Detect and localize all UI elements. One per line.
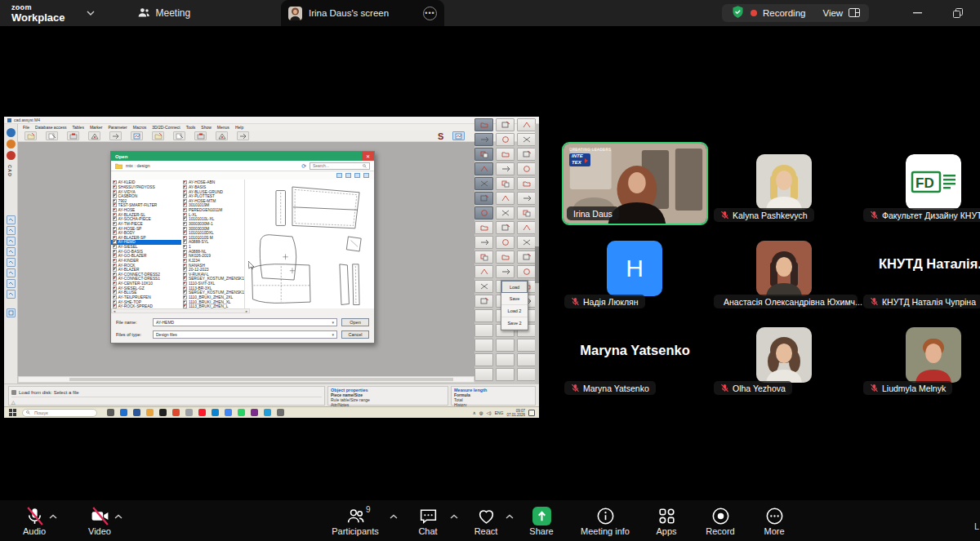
restore-button[interactable] bbox=[941, 0, 975, 26]
cad-sidebar-tool-icon[interactable] bbox=[7, 290, 16, 299]
view-layout-icon[interactable] bbox=[849, 6, 860, 20]
recording-label[interactable]: Recording bbox=[763, 8, 805, 18]
audio-button[interactable]: Audio bbox=[11, 500, 57, 541]
audio-options-chevron[interactable] bbox=[49, 508, 57, 522]
cad-tool-button[interactable] bbox=[496, 118, 514, 131]
cad-sidebar-tool-icon[interactable] bbox=[7, 215, 16, 224]
chat-options-chevron[interactable] bbox=[450, 508, 458, 522]
cad-tool-button[interactable] bbox=[496, 177, 514, 190]
cad-sidebar-tool-icon[interactable] bbox=[7, 258, 16, 267]
menu-item[interactable]: File bbox=[23, 125, 29, 130]
cad-tool-button[interactable] bbox=[517, 192, 536, 205]
workspace-dropdown-chevron-icon[interactable] bbox=[87, 11, 95, 16]
taskbar-app-icon[interactable] bbox=[146, 409, 154, 416]
search-input[interactable] bbox=[313, 163, 360, 168]
cad-tool-button[interactable] bbox=[474, 118, 493, 131]
participant-tile[interactable]: Анастасія Олександрівна Юхимч... bbox=[710, 227, 859, 313]
cad-tool-button[interactable] bbox=[474, 177, 493, 190]
participants-button[interactable]: 9 Participants bbox=[313, 500, 398, 541]
minimize-button[interactable] bbox=[900, 0, 934, 26]
menu-item[interactable]: 3D/2D-Connect bbox=[152, 125, 180, 130]
cad-tool-button[interactable] bbox=[474, 133, 493, 146]
tab-meeting[interactable]: Meeting bbox=[129, 0, 199, 26]
cad-tool-button[interactable] bbox=[474, 236, 493, 249]
cad-tool-button[interactable] bbox=[517, 368, 536, 381]
menu-item[interactable]: Parameter bbox=[108, 125, 127, 130]
cad-sidebar-tool-icon[interactable] bbox=[7, 308, 16, 317]
video-options-chevron[interactable] bbox=[114, 508, 122, 522]
record-button[interactable]: Record bbox=[692, 500, 749, 541]
taskbar-app-icon[interactable] bbox=[277, 409, 284, 416]
cad-tool-icon[interactable] bbox=[109, 131, 122, 140]
participant-tile[interactable]: FDФакультет Дизайну КНУТД bbox=[859, 140, 980, 227]
participant-tile[interactable]: Maryna YatsenkoMaryna Yatsenko bbox=[560, 313, 710, 400]
cad-tool-button[interactable] bbox=[517, 148, 536, 161]
cad-tool-button[interactable] bbox=[496, 133, 514, 146]
cad-sidebar-tool-icon[interactable] bbox=[7, 268, 16, 277]
menu-item[interactable]: Database access bbox=[35, 125, 66, 130]
security-shield-icon[interactable] bbox=[731, 5, 745, 22]
menu-item[interactable]: Macros bbox=[133, 125, 146, 130]
cad-scrollbar[interactable] bbox=[535, 124, 539, 406]
taskbar-app-icon[interactable] bbox=[172, 409, 180, 416]
cad-tool-button[interactable] bbox=[474, 265, 493, 278]
menu-item[interactable]: Menus bbox=[217, 125, 229, 130]
cad-tool-icon[interactable] bbox=[216, 131, 228, 140]
system-tray[interactable]: ∧ ◍ ◁) ENG 09:07 07.01.2026 bbox=[473, 409, 535, 417]
view-option-icon[interactable] bbox=[345, 173, 351, 178]
cancel-button[interactable]: Cancel bbox=[341, 330, 369, 339]
cad-sidebar-tool-icon[interactable] bbox=[7, 279, 16, 288]
taskbar-app-icon[interactable] bbox=[133, 409, 140, 416]
view-option-icon[interactable] bbox=[354, 173, 360, 178]
cad-tool-button[interactable] bbox=[474, 339, 493, 352]
cad-tool-button[interactable] bbox=[474, 353, 493, 366]
cad-tool-button[interactable] bbox=[517, 339, 536, 352]
cad-tool-icon[interactable] bbox=[46, 131, 58, 140]
participant-tile[interactable]: КНУТД Наталія...КНУТД Наталія Чупріна bbox=[859, 227, 980, 313]
refresh-icon[interactable]: ⟳ bbox=[301, 163, 306, 169]
menu-item-save-2[interactable]: Save 2 bbox=[501, 317, 528, 330]
taskbar-app-icon[interactable] bbox=[264, 409, 271, 416]
cad-tool-button[interactable] bbox=[474, 324, 493, 337]
tab-options-button[interactable]: ••• bbox=[423, 7, 437, 20]
participant-tile[interactable]: Olha Yezhova bbox=[710, 313, 859, 400]
close-icon[interactable]: ✕ bbox=[362, 152, 374, 161]
file-list-column-2[interactable]: AY-HOSE-ABNAY-BASISAY-BLUSE-GRUNDAY-PLOT… bbox=[181, 180, 244, 308]
cad-sidebar-tool-icon[interactable] bbox=[7, 237, 16, 246]
cad-tool-button[interactable] bbox=[496, 265, 514, 278]
react-button[interactable]: React bbox=[458, 500, 514, 541]
cad-sidebar-round-icon[interactable] bbox=[7, 151, 16, 160]
share-button[interactable]: Share bbox=[514, 500, 569, 541]
view-option-icon[interactable] bbox=[363, 173, 369, 178]
open-dialog[interactable]: Open ✕ mtx : design ⟳ bbox=[110, 151, 375, 344]
view-option-icon[interactable] bbox=[336, 173, 342, 178]
taskbar-app-icon[interactable] bbox=[212, 409, 219, 416]
cad-tool-icon[interactable] bbox=[237, 131, 249, 140]
cad-tool-button[interactable] bbox=[517, 118, 536, 131]
cad-tool-button[interactable] bbox=[496, 251, 514, 264]
cad-tool-button[interactable] bbox=[474, 295, 493, 308]
cad-tool-button[interactable] bbox=[517, 236, 536, 249]
cad-tool-button[interactable] bbox=[496, 236, 514, 249]
cad-tool-icon[interactable] bbox=[173, 131, 185, 140]
file-name-combo[interactable]: AY-HEMD ▾ bbox=[153, 318, 337, 326]
breadcrumb[interactable]: mtx : design bbox=[126, 163, 150, 168]
taskbar-app-icon[interactable] bbox=[120, 409, 127, 416]
cad-tool-button[interactable] bbox=[474, 148, 493, 161]
cad-tool-button[interactable] bbox=[517, 162, 536, 175]
open-dialog-titlebar[interactable]: Open ✕ bbox=[111, 152, 374, 161]
meeting-info-button[interactable]: Meeting info bbox=[569, 500, 641, 541]
cad-tool-button[interactable] bbox=[474, 162, 493, 175]
taskbar-app-icon[interactable] bbox=[107, 409, 114, 416]
notification-icon[interactable] bbox=[528, 410, 535, 416]
taskbar-app-icon[interactable] bbox=[185, 409, 193, 416]
view-button[interactable]: View bbox=[822, 8, 843, 18]
cad-tool-button[interactable] bbox=[474, 309, 493, 322]
cad-tool-icon[interactable] bbox=[194, 131, 207, 140]
file-list-item[interactable]: SERGEY_KOSTUM_ZHENSK1H bbox=[181, 277, 244, 282]
taskbar-clock[interactable]: 09:07 07.01.2026 bbox=[506, 409, 525, 417]
windows-taskbar[interactable]: ∧ ◍ ◁) ENG 09:07 07.01.2026 bbox=[4, 406, 539, 418]
cad-sidebar-round-icon[interactable] bbox=[7, 140, 16, 149]
undo-curve-icon[interactable]: S bbox=[438, 131, 443, 141]
taskbar-app-icon[interactable] bbox=[225, 409, 232, 416]
